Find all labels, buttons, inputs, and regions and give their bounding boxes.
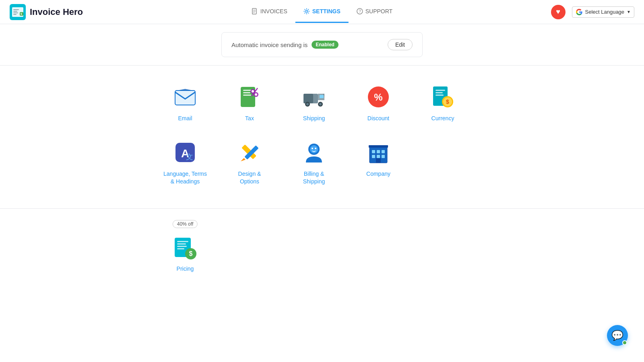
tax-icon xyxy=(237,85,262,109)
design-label: Design & Options xyxy=(228,170,271,186)
settings-item-pricing[interactable]: 40% off $ Pricing xyxy=(157,223,213,280)
settings-grid-row1: Email xyxy=(157,78,487,129)
svg-marker-46 xyxy=(241,158,246,161)
main-content: Automatic invoice sending is Enabled Edi… xyxy=(0,24,644,299)
nav-settings[interactable]: SETTINGS xyxy=(295,1,349,23)
divider-top xyxy=(0,65,644,66)
banner-text: Automatic invoice sending is xyxy=(231,41,308,48)
nav-invoices[interactable]: INVOICES xyxy=(244,1,295,23)
shipping-icon-wrap xyxy=(301,84,327,110)
svg-rect-66 xyxy=(177,248,184,249)
design-icon xyxy=(237,140,262,165)
nav-support[interactable]: ? SUPPORT xyxy=(349,1,400,23)
shipping-icon xyxy=(302,85,326,109)
google-icon xyxy=(576,8,583,16)
main-nav: INVOICES SETTINGS ? SUPPORT xyxy=(244,1,400,23)
svg-rect-58 xyxy=(377,155,380,158)
svg-point-51 xyxy=(315,148,316,149)
discount-icon: % xyxy=(366,85,390,109)
logo-area[interactable]: $ Invoice Hero xyxy=(10,4,83,20)
design-icon-wrap xyxy=(237,140,262,165)
company-label: Company xyxy=(366,170,390,178)
svg-text:文: 文 xyxy=(186,152,193,160)
discount-icon-wrap: % xyxy=(365,84,391,110)
svg-rect-54 xyxy=(372,150,375,153)
svg-text:$: $ xyxy=(446,99,449,105)
document-icon xyxy=(252,8,258,14)
svg-rect-38 xyxy=(436,95,444,96)
svg-rect-28 xyxy=(320,95,324,98)
svg-rect-37 xyxy=(436,92,443,93)
svg-rect-36 xyxy=(436,90,445,91)
pricing-label: Pricing xyxy=(177,265,194,273)
language-label: Language, Terms & Headings xyxy=(163,170,207,186)
svg-text:?: ? xyxy=(359,9,361,14)
divider-bottom xyxy=(0,208,644,209)
svg-rect-15 xyxy=(175,90,195,105)
invoice-sending-banner: Automatic invoice sending is Enabled Edi… xyxy=(221,32,423,57)
header-right: ♥ Select Language ▼ xyxy=(551,5,635,19)
lang-label: Select Language xyxy=(585,9,625,15)
settings-item-design[interactable]: Design & Options xyxy=(221,133,278,192)
edit-button[interactable]: Edit xyxy=(388,39,413,50)
svg-point-12 xyxy=(305,10,308,12)
banner-left: Automatic invoice sending is Enabled xyxy=(231,41,339,49)
pricing-icon: $ xyxy=(173,235,197,259)
svg-text:$: $ xyxy=(189,250,193,257)
email-icon xyxy=(173,85,197,109)
settings-grid-row2: A 文 Language, Terms & Headings xyxy=(157,133,487,192)
gear-icon xyxy=(303,8,310,14)
discount-badge: 40% off xyxy=(173,220,198,228)
settings-item-discount[interactable]: % Discount xyxy=(350,78,407,129)
billing-label: Billing & Shipping xyxy=(292,170,336,186)
svg-point-50 xyxy=(312,148,313,149)
language-icon: A 文 xyxy=(173,140,197,165)
company-icon xyxy=(366,140,390,165)
logo-icon: $ xyxy=(10,4,26,20)
settings-item-company[interactable]: Company xyxy=(350,133,407,192)
shipping-label: Shipping xyxy=(303,115,325,123)
currency-icon: $ xyxy=(431,85,455,109)
currency-label: Currency xyxy=(431,115,454,123)
svg-rect-55 xyxy=(377,150,380,153)
svg-point-30 xyxy=(306,103,309,105)
svg-point-24 xyxy=(252,90,254,93)
svg-rect-19 xyxy=(243,92,250,93)
nav-invoices-label: INVOICES xyxy=(260,8,287,14)
svg-rect-2 xyxy=(13,9,19,10)
svg-rect-5 xyxy=(13,14,17,15)
svg-point-32 xyxy=(319,103,322,105)
currency-icon-wrap: $ xyxy=(430,84,456,110)
settings-item-tax[interactable]: Tax xyxy=(221,78,278,129)
enabled-badge: Enabled xyxy=(312,41,339,49)
svg-rect-3 xyxy=(13,11,17,12)
settings-item-currency[interactable]: $ Currency xyxy=(415,78,471,129)
pricing-icon-wrap: $ xyxy=(172,234,198,260)
company-icon-wrap xyxy=(365,140,391,165)
heart-button[interactable]: ♥ xyxy=(551,5,566,19)
svg-text:%: % xyxy=(374,92,382,103)
pricing-section: 40% off $ Pricing xyxy=(141,213,503,292)
svg-rect-63 xyxy=(177,241,188,242)
tax-label: Tax xyxy=(245,115,254,123)
settings-item-shipping[interactable]: Shipping xyxy=(286,78,342,129)
language-selector[interactable]: Select Language ▼ xyxy=(572,6,635,18)
discount-label: Discount xyxy=(367,115,389,123)
settings-item-email[interactable]: Email xyxy=(157,78,213,129)
svg-text:$: $ xyxy=(21,12,22,16)
app-title: Invoice Hero xyxy=(30,7,83,17)
nav-settings-label: SETTINGS xyxy=(312,8,341,14)
svg-rect-57 xyxy=(372,155,375,158)
svg-point-49 xyxy=(310,145,318,153)
svg-rect-56 xyxy=(382,150,385,153)
svg-rect-65 xyxy=(177,246,187,247)
language-icon-wrap: A 文 xyxy=(172,140,198,165)
email-icon-wrap xyxy=(172,84,198,110)
settings-item-language[interactable]: A 文 Language, Terms & Headings xyxy=(157,133,213,192)
email-label: Email xyxy=(178,115,192,123)
billing-icon-wrap xyxy=(301,140,327,165)
svg-point-25 xyxy=(255,93,257,96)
tax-icon-wrap xyxy=(237,84,262,110)
svg-rect-20 xyxy=(243,95,251,96)
settings-item-billing[interactable]: Billing & Shipping xyxy=(286,133,342,192)
